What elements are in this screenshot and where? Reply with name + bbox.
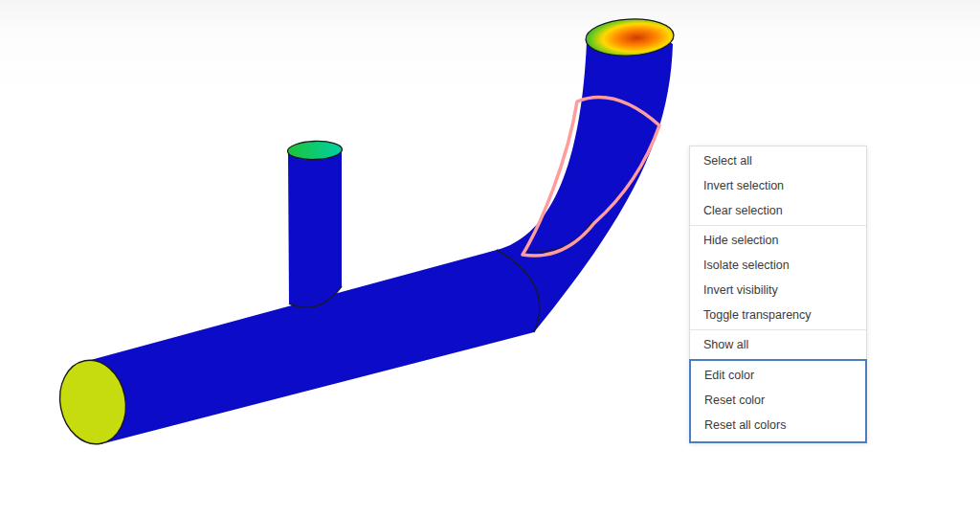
branch-pipe[interactable] bbox=[288, 146, 342, 308]
menu-group-show-all: Show all bbox=[690, 329, 866, 359]
menu-item-reset-color[interactable]: Reset color bbox=[691, 388, 865, 413]
menu-item-hide-selection[interactable]: Hide selection bbox=[690, 228, 866, 253]
menu-item-show-all[interactable]: Show all bbox=[690, 332, 866, 357]
menu-item-reset-all-colors[interactable]: Reset all colors bbox=[691, 413, 865, 438]
menu-group-color: Edit color Reset color Reset all colors bbox=[689, 359, 867, 443]
menu-item-edit-color[interactable]: Edit color bbox=[691, 363, 865, 388]
menu-item-isolate-selection[interactable]: Isolate selection bbox=[690, 253, 866, 278]
menu-item-invert-visibility[interactable]: Invert visibility bbox=[690, 278, 866, 303]
menu-item-toggle-transparency[interactable]: Toggle transparency bbox=[690, 303, 866, 327]
menu-item-invert-selection[interactable]: Invert selection bbox=[690, 173, 866, 198]
menu-group-selection: Select all Invert selection Clear select… bbox=[690, 146, 866, 225]
menu-item-clear-selection[interactable]: Clear selection bbox=[690, 198, 866, 223]
context-menu: Select all Invert selection Clear select… bbox=[689, 146, 867, 443]
menu-group-visibility: Hide selection Isolate selection Invert … bbox=[690, 225, 866, 329]
menu-item-select-all[interactable]: Select all bbox=[690, 148, 866, 173]
app-window: Select all Invert selection Clear select… bbox=[0, 0, 980, 517]
